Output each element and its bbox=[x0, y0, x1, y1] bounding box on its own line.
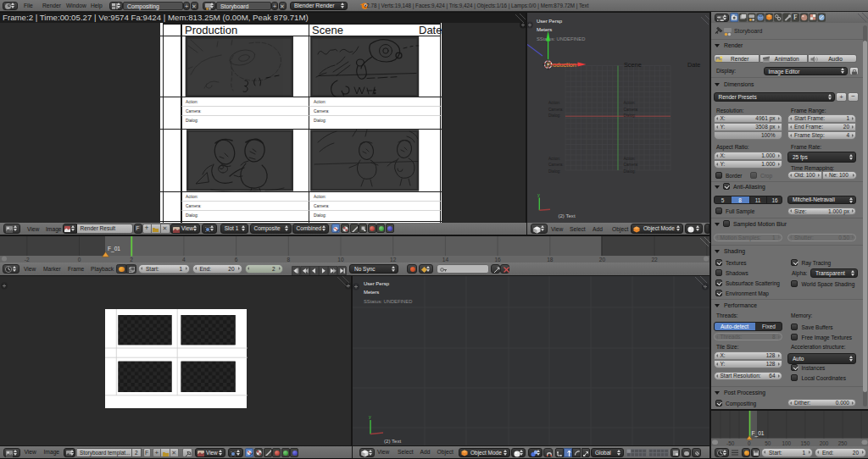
svg-text:Date: Date bbox=[687, 60, 700, 68]
svg-text:SStatus: UNDEFINED: SStatus: UNDEFINED bbox=[537, 36, 585, 41]
svg-text:Scene: Scene bbox=[312, 23, 343, 36]
svg-text:12: 12 bbox=[390, 257, 397, 263]
svg-text:y: y bbox=[369, 414, 371, 419]
svg-text:F_01: F_01 bbox=[108, 245, 120, 252]
svg-text:Dialog:: Dialog: bbox=[624, 169, 636, 173]
svg-text:Camera:: Camera: bbox=[314, 109, 329, 113]
svg-text:SStatus: UNDEFINED: SStatus: UNDEFINED bbox=[364, 299, 412, 304]
svg-text:Dialog:: Dialog: bbox=[314, 119, 326, 123]
svg-text:0: 0 bbox=[748, 440, 751, 446]
svg-text:18: 18 bbox=[547, 257, 554, 263]
svg-text:22: 22 bbox=[651, 257, 658, 263]
svg-text:User Persp: User Persp bbox=[537, 18, 563, 23]
svg-text:10: 10 bbox=[337, 257, 344, 263]
svg-text:6: 6 bbox=[235, 257, 238, 263]
svg-text:Date: Date bbox=[419, 23, 442, 36]
svg-text:F_01: F_01 bbox=[751, 430, 764, 437]
svg-text:F: F bbox=[793, 14, 798, 21]
svg-text:Camera:: Camera: bbox=[186, 109, 201, 113]
svg-text:Action:: Action: bbox=[624, 156, 636, 160]
svg-text:Camera:: Camera: bbox=[548, 107, 564, 111]
svg-text:Dialog:: Dialog: bbox=[548, 169, 560, 173]
svg-text:150: 150 bbox=[800, 440, 810, 446]
svg-text:Camera:: Camera: bbox=[548, 163, 564, 167]
svg-text:(2) Text: (2) Text bbox=[384, 438, 402, 444]
svg-text:Meters: Meters bbox=[364, 290, 379, 295]
svg-text:-2: -2 bbox=[25, 257, 30, 263]
svg-text:2: 2 bbox=[130, 257, 133, 263]
svg-text:(2) Text: (2) Text bbox=[558, 213, 576, 218]
svg-text:Action:: Action: bbox=[186, 195, 198, 199]
svg-text:y: y bbox=[537, 192, 540, 197]
svg-text:Camera:: Camera: bbox=[314, 204, 329, 208]
svg-text:Production: Production bbox=[185, 23, 237, 36]
svg-text:-50: -50 bbox=[726, 440, 735, 446]
svg-text:4: 4 bbox=[182, 257, 186, 263]
svg-text:Scene: Scene bbox=[624, 60, 642, 68]
svg-text:Dialog:: Dialog: bbox=[186, 119, 198, 123]
svg-text:50: 50 bbox=[765, 440, 771, 446]
svg-text:Camera:: Camera: bbox=[186, 204, 201, 208]
svg-text:Action:: Action: bbox=[548, 101, 560, 105]
svg-text:200: 200 bbox=[819, 440, 828, 446]
svg-text:100: 100 bbox=[782, 440, 791, 446]
svg-text:8: 8 bbox=[287, 257, 290, 263]
svg-text:Action:: Action: bbox=[548, 156, 560, 160]
svg-text:16: 16 bbox=[494, 257, 501, 263]
svg-text:Meters: Meters bbox=[537, 27, 552, 32]
svg-text:Dialog:: Dialog: bbox=[314, 213, 326, 218]
svg-text:14: 14 bbox=[442, 257, 449, 263]
svg-text:Action:: Action: bbox=[314, 195, 326, 199]
svg-text:Action:: Action: bbox=[186, 100, 198, 104]
svg-text:20: 20 bbox=[599, 257, 606, 263]
svg-text:Camera:: Camera: bbox=[624, 107, 639, 111]
svg-text:Action:: Action: bbox=[314, 100, 326, 104]
svg-text:Dialog:: Dialog: bbox=[624, 113, 636, 118]
svg-text:Camera:: Camera: bbox=[624, 163, 639, 167]
svg-text:Dialog:: Dialog: bbox=[186, 213, 198, 218]
svg-text:Dialog:: Dialog: bbox=[548, 113, 560, 118]
svg-text:User Persp: User Persp bbox=[364, 281, 390, 286]
svg-text:0: 0 bbox=[78, 257, 81, 263]
svg-text:Action:: Action: bbox=[624, 101, 636, 105]
svg-text:250: 250 bbox=[837, 440, 847, 446]
